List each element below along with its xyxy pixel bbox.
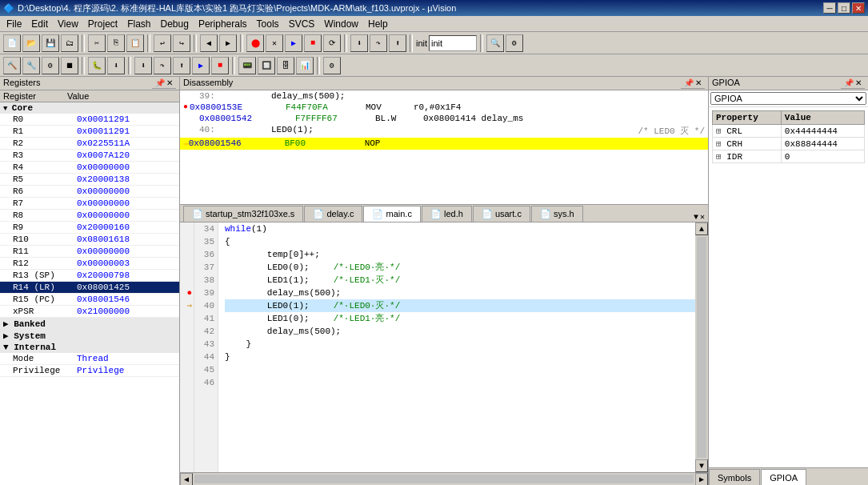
gpioa-dropdown[interactable]: GPIOA — [710, 92, 866, 105]
disasm-addr-1542: 0x08001542 — [199, 114, 295, 123]
tab-sys[interactable]: 📄 sys.h — [531, 206, 583, 222]
run-button[interactable]: ▶ — [285, 34, 302, 52]
tab-actions[interactable]: ▼ ✕ — [694, 212, 708, 222]
banked-tree-item[interactable]: ▶ Banked — [0, 318, 179, 330]
periph-button[interactable]: 📟 — [238, 57, 256, 74]
tab-dropdown-icon[interactable]: ▼ — [694, 213, 698, 222]
menu-svcs[interactable]: SVCS — [284, 18, 320, 30]
expand-icon-idr[interactable]: ⊞ — [716, 152, 722, 162]
stop-button[interactable]: ■ — [304, 34, 322, 52]
registers-pin[interactable]: 📌 — [155, 78, 165, 87]
tab-delay[interactable]: 📄 delay.c — [304, 206, 362, 222]
load-button[interactable]: ⬇ — [107, 57, 125, 74]
clear-bp-button[interactable]: ✕ — [266, 34, 283, 52]
gutter-bp-34 — [180, 222, 192, 235]
save-button[interactable]: 💾 — [42, 34, 59, 52]
sep3 — [194, 34, 197, 52]
reg-row-r0: R0 0x00011291 — [0, 114, 179, 126]
gpioa-selector[interactable]: GPIOA — [709, 90, 868, 107]
registers-close[interactable]: ✕ — [166, 78, 173, 87]
build-button[interactable]: 🔨 — [3, 57, 21, 74]
logic-button[interactable]: 🔲 — [258, 57, 275, 74]
step-out-button[interactable]: ⬆ — [389, 34, 406, 52]
rebuild-button[interactable]: 🔧 — [22, 57, 40, 74]
symbols-tab[interactable]: Symbols — [709, 469, 760, 485]
gpioa-actions[interactable]: 📌 ✕ — [841, 78, 865, 89]
disassembly-pin[interactable]: 📌 — [684, 78, 694, 87]
hscroll-right[interactable]: ▶ — [695, 473, 708, 485]
init-input[interactable] — [429, 35, 477, 51]
menu-file[interactable]: File — [2, 18, 26, 30]
menu-window[interactable]: Window — [319, 18, 363, 30]
menu-peripherals[interactable]: Peripherals — [194, 18, 252, 30]
reg-name-r10: R10 — [10, 234, 74, 245]
maximize-button[interactable]: □ — [838, 2, 850, 14]
paste-button[interactable]: 📋 — [126, 34, 144, 52]
more-button[interactable]: ⚙ — [323, 57, 341, 74]
copy-button[interactable]: ⎘ — [107, 34, 125, 52]
redo-button[interactable]: ↪ — [173, 34, 190, 52]
disassembly-actions[interactable]: 📌 ✕ — [681, 78, 705, 89]
minimize-button[interactable]: ─ — [823, 2, 836, 14]
gpioa-tab[interactable]: GPIOA — [761, 469, 806, 485]
menu-edit[interactable]: Edit — [26, 18, 53, 30]
step-out-btn2[interactable]: ⬆ — [173, 57, 190, 74]
disasm-row-40: 40: LED0(1); /* LED0 灭 */ — [180, 124, 708, 138]
menu-flash[interactable]: Flash — [122, 18, 155, 30]
expand-icon-crh[interactable]: ⊞ — [716, 139, 722, 149]
expand-icon-crl[interactable]: ⊞ — [716, 126, 722, 136]
translate-button[interactable]: ⚙ — [42, 57, 59, 74]
scroll-track[interactable] — [697, 237, 706, 458]
menu-debug[interactable]: Debug — [156, 18, 194, 30]
cut-button[interactable]: ✂ — [88, 34, 106, 52]
code-scrollbar[interactable]: ▲ ▼ — [695, 222, 708, 472]
tab-led[interactable]: 📄 led.h — [422, 206, 472, 222]
step-into-btn2[interactable]: ⬇ — [134, 57, 152, 74]
registers-actions[interactable]: 📌 ✕ — [152, 78, 176, 89]
gpioa-pin[interactable]: 📌 — [844, 78, 854, 87]
scroll-down-btn[interactable]: ▼ — [695, 459, 708, 472]
system-tree-item[interactable]: ▶ System — [0, 330, 179, 342]
core-tree-item[interactable]: Core — [0, 102, 179, 114]
step-over-button[interactable]: ↷ — [370, 34, 387, 52]
tab-close-icon[interactable]: ✕ — [700, 212, 705, 222]
menu-project[interactable]: Project — [83, 18, 122, 30]
hscroll-left[interactable]: ◀ — [180, 473, 193, 485]
run-btn2[interactable]: ▶ — [192, 57, 210, 74]
stop-btn2[interactable]: ■ — [211, 57, 229, 74]
new-button[interactable]: 📄 — [3, 34, 21, 52]
code-hscrollbar[interactable]: ◀ ▶ — [180, 472, 708, 485]
menu-view[interactable]: View — [53, 18, 83, 30]
mem-button[interactable]: 🗄 — [277, 57, 294, 74]
tab-main[interactable]: 📄 main.c — [363, 206, 420, 222]
tab-usart[interactable]: 📄 usart.c — [473, 206, 530, 222]
reg-name-r3: R3 — [10, 150, 74, 161]
tab-startup[interactable]: 📄 startup_stm32f103xe.s — [183, 206, 303, 222]
step-over-btn2[interactable]: ↷ — [154, 57, 171, 74]
menu-tools[interactable]: Tools — [252, 18, 284, 30]
code-lines[interactable]: while(1) { temp[0]++; LED0(0);/*·LED0·亮·… — [218, 222, 695, 472]
internal-tree-item[interactable]: ▼ Internal — [0, 342, 179, 353]
gpioa-close[interactable]: ✕ — [855, 78, 862, 87]
save-all-button[interactable]: 🗂 — [61, 34, 78, 52]
nav-forward-button[interactable]: ▶ — [219, 34, 237, 52]
gpioa-val-crl: 0x44444444 — [781, 125, 864, 138]
disassembly-close[interactable]: ✕ — [695, 78, 702, 87]
window-controls[interactable]: ─ □ ✕ — [823, 2, 865, 14]
search-button[interactable]: 🔍 — [486, 34, 504, 52]
reset-button[interactable]: ⟳ — [323, 34, 341, 52]
hscroll-track[interactable] — [194, 475, 694, 483]
reg-button[interactable]: 📊 — [296, 57, 314, 74]
open-button[interactable]: 📂 — [22, 34, 40, 52]
menu-help[interactable]: Help — [363, 18, 393, 30]
step-into-button[interactable]: ⬇ — [350, 34, 368, 52]
close-button[interactable]: ✕ — [852, 2, 865, 14]
breakpoint-button[interactable]: ⬤ — [246, 34, 264, 52]
sep10 — [232, 57, 235, 74]
debug-button[interactable]: 🐛 — [88, 57, 106, 74]
scroll-up-btn[interactable]: ▲ — [695, 222, 708, 235]
stop-build-button[interactable]: ⏹ — [61, 57, 78, 74]
settings-button[interactable]: ⚙ — [506, 34, 523, 52]
nav-back-button[interactable]: ◀ — [200, 34, 218, 52]
undo-button[interactable]: ↩ — [154, 34, 171, 52]
